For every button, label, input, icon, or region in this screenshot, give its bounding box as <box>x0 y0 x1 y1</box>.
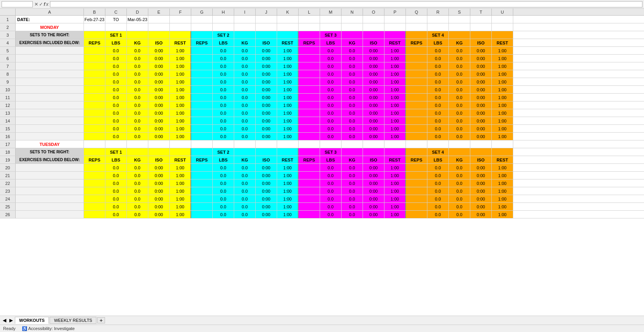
cell-o5[interactable]: 0:00 <box>363 47 384 54</box>
cell-i23[interactable]: 0.0 <box>234 187 256 195</box>
cell-i17[interactable] <box>234 140 256 148</box>
cell-c8[interactable]: 0.0 <box>105 70 127 78</box>
cell-b9[interactable] <box>84 78 105 85</box>
cell-s23[interactable]: 0.0 <box>449 187 470 195</box>
cell-m26[interactable]: 0.0 <box>320 211 342 218</box>
formula-input[interactable]: DATE: <box>50 1 642 7</box>
cell-p12[interactable]: 1:00 <box>384 101 406 109</box>
cell-n8[interactable]: 0.0 <box>342 70 363 78</box>
cell-q22[interactable] <box>406 179 427 187</box>
cell-r19-lbs[interactable]: LBS <box>427 156 449 163</box>
cell-c21[interactable]: 0.0 <box>105 172 127 179</box>
cell-u2[interactable] <box>492 23 513 31</box>
cell-c24[interactable]: 0.0 <box>105 195 127 202</box>
cell-b23[interactable] <box>84 187 105 195</box>
cell-i22[interactable]: 0.0 <box>234 179 256 187</box>
cell-g10[interactable] <box>191 86 213 93</box>
cell-i8[interactable]: 0.0 <box>234 70 256 78</box>
cell-d14[interactable]: 0.0 <box>127 117 148 124</box>
cell-a22[interactable] <box>16 179 84 187</box>
cell-i16[interactable]: 0.0 <box>234 133 256 140</box>
cell-o12[interactable]: 0:00 <box>363 101 384 109</box>
cell-j22[interactable]: 0:00 <box>256 179 277 187</box>
cell-p6[interactable]: 1:00 <box>384 55 406 62</box>
cell-o3[interactable] <box>363 31 384 39</box>
cell-d12[interactable]: 0.0 <box>127 101 148 109</box>
cell-m22[interactable]: 0.0 <box>320 179 342 187</box>
col-header-t[interactable]: T <box>470 9 492 15</box>
cell-c16[interactable]: 0.0 <box>105 133 127 140</box>
cell-t22[interactable]: 0:00 <box>470 179 492 187</box>
cell-q3[interactable] <box>406 31 427 39</box>
cell-f25[interactable]: 1:00 <box>170 203 191 210</box>
cell-r23[interactable]: 0.0 <box>427 187 449 195</box>
cell-h19-lbs[interactable]: LBS <box>213 156 234 163</box>
cell-p25[interactable]: 1:00 <box>384 203 406 210</box>
cell-k23[interactable]: 1:00 <box>277 187 299 195</box>
cell-t15[interactable]: 0:00 <box>470 125 492 132</box>
col-header-i[interactable]: I <box>234 9 256 15</box>
cell-h5[interactable]: 0.0 <box>213 47 234 54</box>
cell-i13[interactable]: 0.0 <box>234 109 256 117</box>
cell-l2[interactable] <box>299 23 320 31</box>
cell-r4-lbs[interactable]: LBS <box>427 39 449 46</box>
cell-e13[interactable]: 0:00 <box>148 109 170 117</box>
cell-e7[interactable]: 0:00 <box>148 62 170 70</box>
cell-q17[interactable] <box>406 140 427 148</box>
cell-a6[interactable] <box>16 55 84 62</box>
cell-m12[interactable]: 0.0 <box>320 101 342 109</box>
cell-d1[interactable]: Mar-05-23 <box>127 16 148 23</box>
cell-l16[interactable] <box>299 133 320 140</box>
cell-p20[interactable]: 1:00 <box>384 164 406 171</box>
cell-d16[interactable]: 0.0 <box>127 133 148 140</box>
cell-a11[interactable] <box>16 94 84 101</box>
col-header-j[interactable]: J <box>256 9 277 15</box>
cell-f11[interactable]: 1:00 <box>170 94 191 101</box>
cell-h18[interactable]: SET 2 <box>213 148 234 156</box>
cell-h1[interactable] <box>213 16 234 23</box>
cell-n24[interactable]: 0.0 <box>342 195 363 202</box>
cell-r24[interactable]: 0.0 <box>427 195 449 202</box>
cell-a18[interactable]: SETS TO THE RIGHT: <box>16 148 84 156</box>
cell-o16[interactable]: 0:00 <box>363 133 384 140</box>
cell-u16[interactable]: 1:00 <box>492 133 513 140</box>
cell-m17[interactable] <box>320 140 342 148</box>
col-header-k[interactable]: K <box>277 9 299 15</box>
cell-a8[interactable] <box>16 70 84 78</box>
cell-u19-rest[interactable]: REST <box>492 156 513 163</box>
col-header-r[interactable]: R <box>427 9 449 15</box>
cell-p10[interactable]: 1:00 <box>384 86 406 93</box>
col-header-d[interactable]: D <box>127 9 148 15</box>
cell-k22[interactable]: 1:00 <box>277 179 299 187</box>
cell-q15[interactable] <box>406 125 427 132</box>
cell-k24[interactable]: 1:00 <box>277 195 299 202</box>
cell-f2[interactable] <box>170 23 191 31</box>
cell-q8[interactable] <box>406 70 427 78</box>
cell-e16[interactable]: 0:00 <box>148 133 170 140</box>
cell-p16[interactable]: 1:00 <box>384 133 406 140</box>
cell-e21[interactable]: 0:00 <box>148 172 170 179</box>
cell-i7[interactable]: 0.0 <box>234 62 256 70</box>
cell-g14[interactable] <box>191 117 213 124</box>
cell-c11[interactable]: 0.0 <box>105 94 127 101</box>
cell-s16[interactable]: 0.0 <box>449 133 470 140</box>
cell-e15[interactable]: 0:00 <box>148 125 170 132</box>
cell-t13[interactable]: 0:00 <box>470 109 492 117</box>
cell-i15[interactable]: 0.0 <box>234 125 256 132</box>
cell-f16[interactable]: 1:00 <box>170 133 191 140</box>
cell-d22[interactable]: 0.0 <box>127 179 148 187</box>
cell-l26[interactable] <box>299 211 320 218</box>
cell-i11[interactable]: 0.0 <box>234 94 256 101</box>
cell-u7[interactable]: 1:00 <box>492 62 513 70</box>
cell-b13[interactable] <box>84 109 105 117</box>
cell-i4-kg[interactable]: KG <box>234 39 256 46</box>
cell-g15[interactable] <box>191 125 213 132</box>
cell-p2[interactable] <box>384 23 406 31</box>
cell-b10[interactable] <box>84 86 105 93</box>
cell-l5[interactable] <box>299 47 320 54</box>
cell-a10[interactable] <box>16 86 84 93</box>
cell-s15[interactable]: 0.0 <box>449 125 470 132</box>
cell-r26[interactable]: 0.0 <box>427 211 449 218</box>
cell-e20[interactable]: 0:00 <box>148 164 170 171</box>
cell-g2[interactable] <box>191 23 213 31</box>
